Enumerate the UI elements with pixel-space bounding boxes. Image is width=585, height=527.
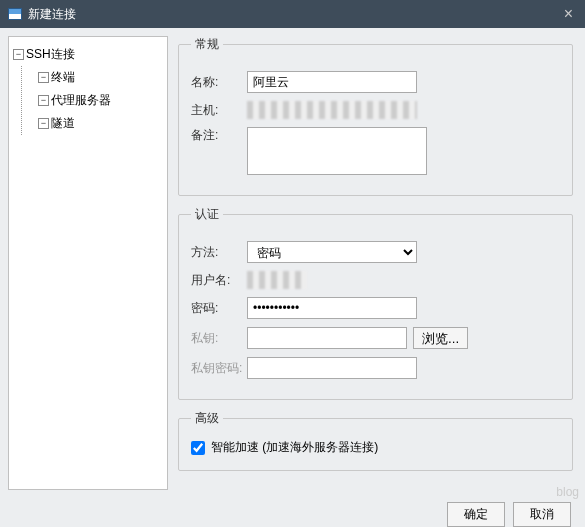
- close-icon[interactable]: ×: [560, 5, 577, 23]
- sidebar-tree: − SSH连接 − 终端 − 代理服务器 − 隧道: [8, 36, 168, 490]
- method-select[interactable]: 密码: [247, 241, 417, 263]
- tree-item-proxy[interactable]: − 代理服务器: [22, 89, 163, 112]
- label-name: 名称:: [191, 74, 247, 91]
- label-user: 用户名:: [191, 272, 247, 289]
- tree-item-tunnel[interactable]: − 隧道: [22, 112, 163, 135]
- legend-general: 常规: [191, 36, 223, 53]
- expander-icon[interactable]: −: [38, 118, 49, 129]
- cancel-button[interactable]: 取消: [513, 502, 571, 527]
- dialog-footer: 确定 取消: [0, 498, 585, 527]
- accel-label: 智能加速 (加速海外服务器连接): [211, 439, 378, 456]
- tree-label: 隧道: [51, 115, 75, 132]
- label-pass: 密码:: [191, 300, 247, 317]
- label-method: 方法:: [191, 244, 247, 261]
- expander-icon[interactable]: −: [38, 95, 49, 106]
- keypass-input[interactable]: [247, 357, 417, 379]
- browse-button[interactable]: 浏览...: [413, 327, 468, 349]
- label-keypass: 私钥密码:: [191, 360, 247, 377]
- accel-checkbox[interactable]: [191, 441, 205, 455]
- ok-button[interactable]: 确定: [447, 502, 505, 527]
- tree-root-ssh[interactable]: − SSH连接: [13, 43, 163, 66]
- user-redacted: [247, 271, 307, 289]
- label-remark: 备注:: [191, 127, 247, 144]
- tree-label: 代理服务器: [51, 92, 111, 109]
- expander-icon[interactable]: −: [38, 72, 49, 83]
- tree-label: 终端: [51, 69, 75, 86]
- title-bar: 新建连接 ×: [0, 0, 585, 28]
- legend-advanced: 高级: [191, 410, 223, 427]
- label-key: 私钥:: [191, 330, 247, 347]
- group-advanced: 高级 智能加速 (加速海外服务器连接): [178, 410, 573, 471]
- label-host: 主机:: [191, 102, 247, 119]
- legend-auth: 认证: [191, 206, 223, 223]
- remark-input[interactable]: [247, 127, 427, 175]
- tree-label: SSH连接: [26, 46, 75, 63]
- group-auth: 认证 方法: 密码 用户名: 密码: 私钥: 浏览... 私钥密码:: [178, 206, 573, 400]
- window-title: 新建连接: [28, 6, 76, 23]
- expander-icon[interactable]: −: [13, 49, 24, 60]
- host-redacted: [247, 101, 417, 119]
- password-input[interactable]: [247, 297, 417, 319]
- key-input[interactable]: [247, 327, 407, 349]
- tree-item-terminal[interactable]: − 终端: [22, 66, 163, 89]
- group-general: 常规 名称: 主机: 备注:: [178, 36, 573, 196]
- name-input[interactable]: [247, 71, 417, 93]
- content-pane: 常规 名称: 主机: 备注: 认证 方法: 密码: [168, 28, 585, 498]
- window-icon: [8, 8, 22, 20]
